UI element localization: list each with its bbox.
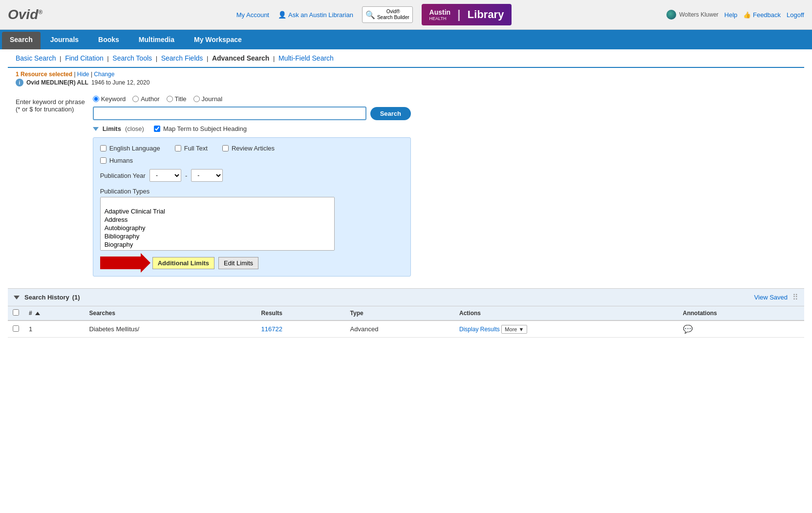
db-range: 1946 to June 12, 2020 <box>91 79 150 86</box>
feedback-icon: 👍 <box>743 11 751 19</box>
row-num: 1 <box>24 321 85 338</box>
arrow-head <box>141 253 150 273</box>
radio-title[interactable]: Title <box>167 95 187 103</box>
resource-count: 1 Resource selected <box>16 71 72 78</box>
checkboxes-row-1: English Language Full Text Review Articl… <box>100 145 404 152</box>
history-right: View Saved ⠿ <box>754 293 798 302</box>
search-nav-search-tools[interactable]: Search Tools <box>112 54 152 62</box>
table-row: 1 Diabetes Mellitus/ 116722 Advanced Dis… <box>8 321 804 338</box>
search-builder-icon: 🔍 <box>365 10 375 20</box>
th-annotations: Annotations <box>678 306 804 321</box>
more-button[interactable]: More ▼ <box>501 325 527 334</box>
search-input[interactable] <box>93 107 366 120</box>
results-link[interactable]: 116722 <box>261 325 282 333</box>
hide-resource-link[interactable]: Hide <box>77 71 89 78</box>
search-nav: Basic Search | Find Citation | Search To… <box>8 49 804 68</box>
main-content: Basic Search | Find Citation | Search To… <box>0 49 812 338</box>
view-saved-link[interactable]: View Saved <box>754 294 788 301</box>
search-builder-button[interactable]: 🔍 Ovid®Search Builder <box>362 6 413 23</box>
row-results: 116722 <box>256 321 345 338</box>
checkboxes-row-2: Humans <box>100 157 404 164</box>
checkbox-humans[interactable]: Humans <box>100 157 133 164</box>
radio-author[interactable]: Author <box>132 95 159 103</box>
my-account-link[interactable]: My Account <box>236 11 269 19</box>
pub-year-label: Publication Year <box>100 172 146 179</box>
austin-library-logo: Austin HEALTH | Library <box>422 4 512 25</box>
limits-panel: English Language Full Text Review Articl… <box>93 137 411 277</box>
row-type: Advanced <box>345 321 454 338</box>
help-link[interactable]: Help <box>725 11 738 19</box>
nav-journals[interactable]: Journals <box>41 30 88 49</box>
info-icon: i <box>16 79 23 86</box>
th-checkbox <box>8 306 24 321</box>
logoff-link[interactable]: Logoff <box>787 11 804 19</box>
checkbox-fulltext-input[interactable] <box>175 145 181 151</box>
pub-year-to-select[interactable]: - 202020192018 201720162015 <box>191 169 223 182</box>
pub-types-list[interactable]: Adaptive Clinical Trial Address Autobiog… <box>100 197 335 251</box>
th-actions: Actions <box>454 306 678 321</box>
pub-types-label: Publication Types <box>100 188 404 195</box>
ovid-logo: Ovid® <box>8 7 43 22</box>
row-actions: Display Results More ▼ <box>454 321 678 338</box>
display-results-link[interactable]: Display Results <box>459 326 500 333</box>
search-nav-find-citation[interactable]: Find Citation <box>65 54 104 62</box>
ask-librarian-link[interactable]: 👤 Ask an Austin Librarian <box>278 11 353 19</box>
search-hint-line2: (* or $ for truncation) <box>16 106 85 113</box>
map-term-checkbox-label[interactable]: Map Term to Subject Heading <box>154 125 247 132</box>
search-history: Search History (1) View Saved ⠿ # Search… <box>8 288 804 338</box>
radio-journal-input[interactable] <box>193 96 200 102</box>
search-type-radios: Keyword Author Title Journal <box>93 95 411 103</box>
checkbox-english[interactable]: English Language <box>100 145 160 152</box>
change-resource-link[interactable]: Change <box>94 71 114 78</box>
th-num: # <box>24 306 85 321</box>
checkbox-review[interactable]: Review Articles <box>222 145 275 152</box>
row-search: Diabetes Mellitus/ <box>85 321 256 338</box>
red-arrow-container <box>100 256 142 269</box>
radio-journal[interactable]: Journal <box>193 95 223 103</box>
checkbox-english-input[interactable] <box>100 145 107 151</box>
radio-keyword[interactable]: Keyword <box>93 95 126 103</box>
history-header: Search History (1) View Saved ⠿ <box>8 289 804 306</box>
additional-limits-section: Additional Limits Edit Limits <box>100 256 404 269</box>
comment-icon[interactable]: 💬 <box>683 325 693 333</box>
search-button[interactable]: Search <box>370 107 411 120</box>
search-input-row: Search <box>93 107 411 120</box>
nav-search[interactable]: Search <box>2 32 41 49</box>
header-center: My Account 👤 Ask an Austin Librarian 🔍 O… <box>236 4 512 25</box>
nav-books[interactable]: Books <box>88 30 129 49</box>
checkbox-fulltext[interactable]: Full Text <box>175 145 208 152</box>
radio-author-input[interactable] <box>132 96 139 102</box>
search-nav-multi-field[interactable]: Multi-Field Search <box>278 54 334 62</box>
th-searches: Searches <box>85 306 256 321</box>
limits-close-label: (close) <box>125 125 144 132</box>
wk-icon <box>666 10 676 20</box>
checkbox-humans-input[interactable] <box>100 157 107 164</box>
pub-year-row: Publication Year - 202020192018 20172016… <box>100 169 404 182</box>
checkbox-review-input[interactable] <box>222 145 229 151</box>
search-form-controls: Keyword Author Title Journal <box>93 95 411 277</box>
row-annotations: 💬 <box>678 321 804 338</box>
edit-limits-button[interactable]: Edit Limits <box>218 257 258 269</box>
radio-keyword-input[interactable] <box>93 96 99 102</box>
th-results: Results <box>256 306 345 321</box>
search-nav-basic[interactable]: Basic Search <box>16 54 56 62</box>
map-term-checkbox[interactable] <box>154 126 160 132</box>
drag-handle-icon: ⠿ <box>792 293 798 302</box>
additional-limits-button[interactable]: Additional Limits <box>152 257 214 269</box>
radio-title-input[interactable] <box>167 96 173 102</box>
nav-multimedia[interactable]: Multimedia <box>129 30 184 49</box>
pub-year-from-select[interactable]: - 202020192018 201720162015 <box>150 169 181 182</box>
feedback-link[interactable]: 👍 Feedback <box>743 11 781 19</box>
select-all-checkbox[interactable] <box>13 309 19 316</box>
wk-logo: Wolters Kluwer <box>666 10 718 20</box>
search-nav-search-fields[interactable]: Search Fields <box>161 54 203 62</box>
limits-toggle[interactable]: Limits (close) <box>93 125 144 132</box>
row-1-checkbox[interactable] <box>13 325 19 332</box>
db-name: Ovid MEDLINE(R) ALL <box>26 79 88 86</box>
search-area: Enter keyword or phrase (* or $ for trun… <box>8 89 804 282</box>
sort-arrow-icon <box>35 312 40 315</box>
search-hint-line1: Enter keyword or phrase <box>16 98 85 106</box>
nav-my-workspace[interactable]: My Workspace <box>184 30 252 49</box>
arrow-body <box>100 256 142 269</box>
history-triangle-icon <box>14 296 20 299</box>
